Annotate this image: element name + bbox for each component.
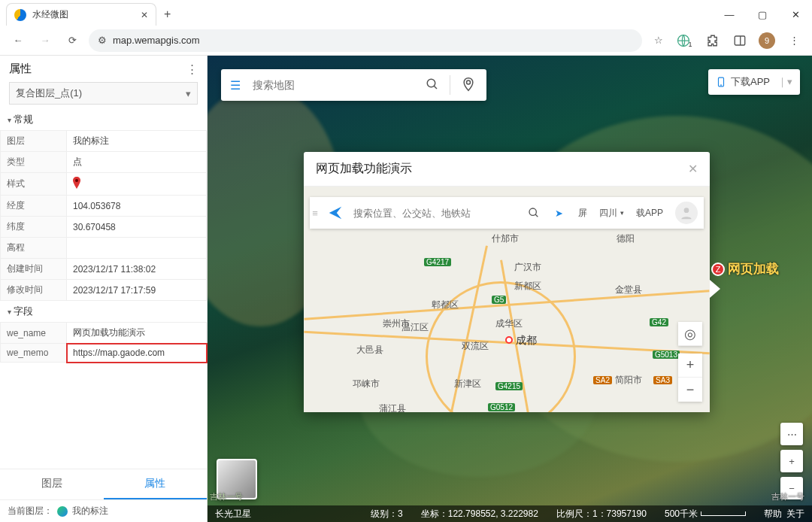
sidebar-status: 当前图层： 我的标注	[0, 499, 207, 522]
layer-color-icon	[57, 506, 68, 517]
reload-icon[interactable]: ⟳	[62, 30, 83, 51]
search-icon[interactable]	[415, 77, 450, 93]
layer-dropdown[interactable]: 复合图层_点(1) ▾	[9, 82, 198, 105]
map-right-tools: ⋯ + −	[780, 423, 803, 499]
map-attribution-left: 吉林一号	[210, 491, 243, 502]
new-tab-button[interactable]: +	[156, 3, 178, 26]
popup-close-icon[interactable]: ✕	[688, 162, 698, 176]
gaode-zoom-out[interactable]: −	[678, 378, 702, 402]
gaode-logo-icon[interactable]	[320, 205, 350, 221]
sidebar-tabs: 图层 属性	[0, 469, 207, 499]
menu-icon[interactable]: ☰	[221, 78, 250, 93]
webpage-popup: 网页加载功能演示 ✕ ≡ ➤ 屏 四川▾ 载APP	[304, 152, 710, 412]
status-provider: 长光卫星	[215, 508, 251, 520]
prop-style[interactable]	[67, 173, 207, 196]
url-text: map.wemapgis.com	[113, 35, 200, 46]
close-icon[interactable]: ✕	[141, 10, 148, 20]
gaode-search-icon[interactable]	[521, 207, 547, 219]
prop-mtime: 2023/12/17 17:17:59	[67, 280, 207, 301]
map-search-input[interactable]	[250, 73, 415, 97]
sidepanel-icon[interactable]	[729, 30, 750, 51]
general-props-table: 图层我的标注 类型点 样式 经度104.053678 纬度30.670458 高…	[0, 130, 207, 301]
pin-icon	[73, 181, 80, 191]
back-icon[interactable]: ←	[8, 30, 29, 51]
browser-tab[interactable]: 水经微图 ✕	[6, 3, 156, 26]
svg-rect-1	[735, 36, 745, 45]
prop-type[interactable]: 点	[67, 152, 207, 173]
svg-point-4	[427, 79, 435, 87]
status-level: 3	[398, 508, 403, 519]
gaode-app[interactable]: 载APP	[630, 207, 669, 220]
map-marker[interactable]: Z 网页加载	[711, 260, 779, 278]
forward-icon[interactable]: →	[35, 30, 56, 51]
marker-pin-icon: Z	[711, 263, 725, 276]
maximize-icon[interactable]: ▢	[746, 3, 779, 26]
site-info-icon[interactable]: ⚙	[98, 35, 107, 46]
tab-attributes[interactable]: 属性	[104, 469, 208, 499]
gaode-search-bar: ≡ ➤ 屏 四川▾ 载APP	[310, 197, 704, 229]
prop-elevation[interactable]	[67, 238, 207, 259]
svg-line-5	[434, 86, 437, 89]
field-we-memo[interactable]: https://map.gaode.com	[67, 344, 207, 363]
status-coords: 122.798552, 3.222982	[448, 508, 538, 519]
svg-point-6	[467, 80, 471, 84]
address-bar[interactable]: ⚙ map.wemapgis.com	[89, 29, 642, 52]
extensions-icon[interactable]	[702, 30, 723, 51]
marker-label: 网页加载	[728, 260, 779, 278]
prop-ctime: 2023/12/17 11:38:02	[67, 259, 207, 280]
sidebar-title: 属性	[9, 62, 32, 76]
help-link[interactable]: 帮助	[764, 508, 782, 520]
svg-line-10	[535, 214, 538, 217]
tab-favicon	[14, 9, 26, 21]
translate-icon[interactable]: 1	[675, 30, 696, 51]
browser-titlebar: 水经微图 ✕ + — ▢ ✕	[0, 0, 812, 26]
section-fields[interactable]: 字段	[0, 301, 207, 322]
gaode-search-input[interactable]	[350, 202, 521, 225]
map-search-bar: ☰	[221, 69, 486, 101]
svg-point-3	[75, 179, 78, 182]
status-distance: 500千米	[665, 508, 698, 520]
gaode-zoom-in[interactable]: +	[678, 354, 702, 378]
gaode-region-select[interactable]: 四川▾	[593, 207, 630, 220]
menu-icon[interactable]: ⋮	[783, 30, 804, 51]
prop-latitude[interactable]: 30.670458	[67, 217, 207, 238]
bookmark-icon[interactable]: ☆	[648, 30, 669, 51]
tool-more-icon[interactable]: ⋯	[780, 423, 803, 445]
svg-point-11	[684, 208, 689, 213]
gaode-directions-icon[interactable]: ➤	[547, 208, 572, 219]
map-attribution-right: 吉林一号	[771, 491, 804, 502]
gaode-fullscreen[interactable]: 屏	[572, 207, 593, 220]
tab-title: 水经微图	[32, 8, 68, 21]
minimize-icon[interactable]: —	[713, 3, 746, 26]
section-general[interactable]: 常规	[0, 109, 207, 130]
download-app-button[interactable]: 下载APP ｜▾	[708, 69, 800, 95]
browser-toolbar: ← → ⟳ ⚙ map.wemapgis.com ☆ 1 9 ⋮	[0, 26, 812, 56]
tool-zoom-in[interactable]: +	[780, 450, 803, 472]
fields-table: we_name网页加载功能演示 we_memohttps://map.gaode…	[0, 322, 207, 363]
map-canvas[interactable]: ☰ 下载APP ｜▾ 网页加载功能演示 ✕ ≡	[208, 56, 812, 522]
field-we-name[interactable]: 网页加载功能演示	[67, 323, 207, 344]
about-link[interactable]: 关于	[786, 508, 804, 520]
chevron-down-icon: ▾	[186, 88, 191, 99]
close-window-icon[interactable]: ✕	[779, 3, 812, 26]
more-icon[interactable]: ⋮	[186, 62, 198, 76]
status-scale: 1：73957190	[592, 508, 647, 519]
map-statusbar: 长光卫星 级别：3 坐标：122.798552, 3.222982 比例尺：1：…	[208, 505, 812, 522]
gaode-locate-button[interactable]: ◎	[678, 322, 702, 346]
location-icon[interactable]	[450, 77, 486, 94]
prop-layer[interactable]: 我的标注	[67, 131, 207, 152]
profile-avatar[interactable]: 9	[756, 30, 777, 51]
gaode-zoom-controls: + −	[678, 354, 702, 402]
gaode-avatar-icon[interactable]	[675, 202, 698, 224]
svg-point-9	[529, 208, 536, 215]
popup-iframe[interactable]: ≡ ➤ 屏 四川▾ 载APP	[304, 187, 710, 412]
attribute-sidebar: 属性 ⋮ 复合图层_点(1) ▾ 常规 图层我的标注 类型点 样式 经度104.…	[0, 56, 208, 522]
popup-title: 网页加载功能演示	[316, 161, 412, 177]
tab-layer[interactable]: 图层	[0, 469, 104, 499]
prop-longitude[interactable]: 104.053678	[67, 196, 207, 217]
